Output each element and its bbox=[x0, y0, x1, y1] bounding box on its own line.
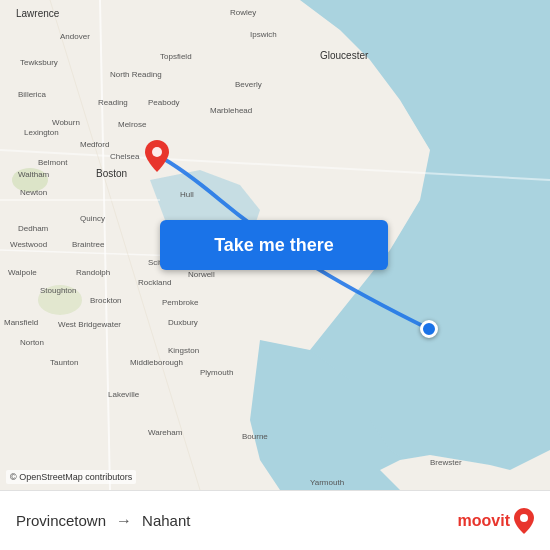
moovit-pin-icon bbox=[514, 508, 534, 534]
svg-point-6 bbox=[12, 168, 48, 192]
take-me-there-button[interactable]: Take me there bbox=[160, 220, 388, 270]
map-attribution: © OpenStreetMap contributors bbox=[6, 470, 136, 484]
route-arrow-icon: → bbox=[116, 512, 132, 530]
moovit-text: moovit bbox=[458, 512, 510, 530]
svg-point-9 bbox=[520, 514, 528, 522]
origin-marker bbox=[420, 320, 438, 338]
moovit-logo: moovit bbox=[458, 508, 534, 534]
to-city-label: Nahant bbox=[142, 512, 190, 529]
from-city-label: Provincetown bbox=[16, 512, 106, 529]
bottom-bar: Provincetown → Nahant moovit bbox=[0, 490, 550, 550]
map-container: LawrenceRowleyIpswichAndoverTopsfieldGlo… bbox=[0, 0, 550, 490]
route-info: Provincetown → Nahant bbox=[16, 512, 190, 530]
destination-marker bbox=[145, 140, 169, 172]
svg-point-8 bbox=[152, 147, 162, 157]
svg-point-7 bbox=[38, 285, 82, 315]
